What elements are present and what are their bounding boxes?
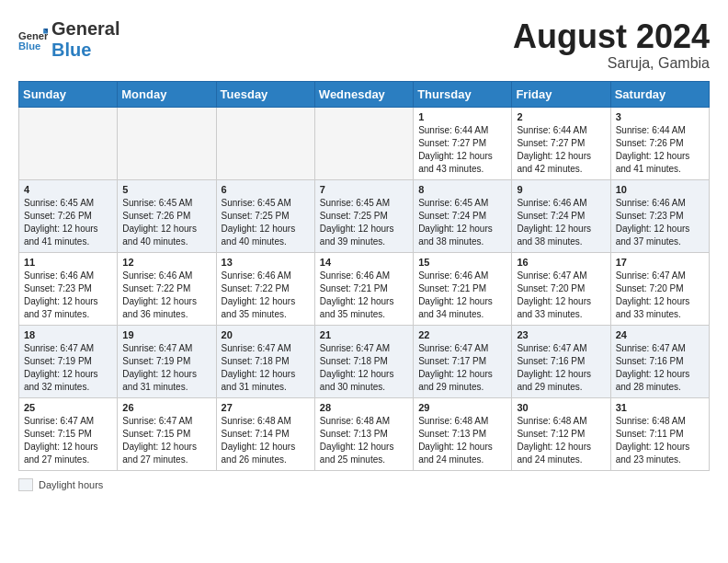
day-number: 11 xyxy=(24,257,112,268)
day-number: 2 xyxy=(517,111,605,122)
day-number: 20 xyxy=(222,329,310,340)
month-year: August 2024 xyxy=(513,18,710,55)
calendar-cell: 18Sunrise: 6:47 AMSunset: 7:19 PMDayligh… xyxy=(19,325,118,397)
day-info: Sunrise: 6:47 AMSunset: 7:20 PMDaylight:… xyxy=(616,270,704,321)
calendar-cell: 30Sunrise: 6:48 AMSunset: 7:12 PMDayligh… xyxy=(512,397,610,470)
day-number: 24 xyxy=(616,329,704,340)
day-info: Sunrise: 6:45 AMSunset: 7:25 PMDaylight:… xyxy=(320,197,408,248)
calendar-cell: 15Sunrise: 6:46 AMSunset: 7:21 PMDayligh… xyxy=(414,252,512,325)
day-number: 25 xyxy=(24,402,112,413)
calendar-cell: 24Sunrise: 6:47 AMSunset: 7:16 PMDayligh… xyxy=(610,325,709,397)
day-info: Sunrise: 6:45 AMSunset: 7:25 PMDaylight:… xyxy=(222,197,310,248)
day-info: Sunrise: 6:47 AMSunset: 7:15 PMDaylight:… xyxy=(24,415,112,466)
day-number: 28 xyxy=(320,402,408,413)
day-info: Sunrise: 6:46 AMSunset: 7:23 PMDaylight:… xyxy=(616,197,704,248)
calendar-cell xyxy=(314,107,413,179)
calendar-cell: 28Sunrise: 6:48 AMSunset: 7:13 PMDayligh… xyxy=(314,397,413,470)
calendar-cell: 29Sunrise: 6:48 AMSunset: 7:13 PMDayligh… xyxy=(414,397,512,470)
title-block: August 2024 Saruja, Gambia xyxy=(513,18,710,72)
day-number: 1 xyxy=(418,111,506,122)
calendar-cell: 21Sunrise: 6:47 AMSunset: 7:18 PMDayligh… xyxy=(314,325,413,397)
calendar-cell: 10Sunrise: 6:46 AMSunset: 7:23 PMDayligh… xyxy=(610,179,709,252)
day-number: 31 xyxy=(616,402,704,413)
weekday-header-tuesday: Tuesday xyxy=(216,81,314,107)
location: Saruja, Gambia xyxy=(513,55,710,72)
legend-box xyxy=(18,478,33,491)
logo-text: General Blue xyxy=(51,18,119,61)
calendar-cell: 1Sunrise: 6:44 AMSunset: 7:27 PMDaylight… xyxy=(414,107,512,179)
day-info: Sunrise: 6:47 AMSunset: 7:16 PMDaylight:… xyxy=(616,342,704,394)
day-info: Sunrise: 6:47 AMSunset: 7:18 PMDaylight:… xyxy=(222,342,310,394)
day-info: Sunrise: 6:47 AMSunset: 7:16 PMDaylight:… xyxy=(517,342,605,394)
weekday-header-friday: Friday xyxy=(512,81,610,107)
calendar-cell xyxy=(19,107,118,179)
header: General Blue General Blue August 2024 Sa… xyxy=(18,18,710,72)
calendar-cell: 7Sunrise: 6:45 AMSunset: 7:25 PMDaylight… xyxy=(314,179,413,252)
calendar-table: SundayMondayTuesdayWednesdayThursdayFrid… xyxy=(18,81,710,471)
week-row-4: 18Sunrise: 6:47 AMSunset: 7:19 PMDayligh… xyxy=(19,325,710,397)
calendar-cell: 8Sunrise: 6:45 AMSunset: 7:24 PMDaylight… xyxy=(414,179,512,252)
weekday-header-thursday: Thursday xyxy=(414,81,512,107)
day-number: 14 xyxy=(320,257,408,268)
day-number: 7 xyxy=(320,184,408,195)
calendar-cell: 11Sunrise: 6:46 AMSunset: 7:23 PMDayligh… xyxy=(19,252,118,325)
calendar-cell: 16Sunrise: 6:47 AMSunset: 7:20 PMDayligh… xyxy=(512,252,610,325)
day-info: Sunrise: 6:45 AMSunset: 7:26 PMDaylight:… xyxy=(122,197,210,248)
calendar-cell: 26Sunrise: 6:47 AMSunset: 7:15 PMDayligh… xyxy=(118,397,216,470)
calendar-cell: 9Sunrise: 6:46 AMSunset: 7:24 PMDaylight… xyxy=(512,179,610,252)
calendar-cell: 31Sunrise: 6:48 AMSunset: 7:11 PMDayligh… xyxy=(610,397,709,470)
calendar-cell: 27Sunrise: 6:48 AMSunset: 7:14 PMDayligh… xyxy=(216,397,314,470)
day-number: 22 xyxy=(418,329,506,340)
weekday-header-sunday: Sunday xyxy=(19,81,118,107)
calendar-cell: 19Sunrise: 6:47 AMSunset: 7:19 PMDayligh… xyxy=(118,325,216,397)
day-info: Sunrise: 6:47 AMSunset: 7:19 PMDaylight:… xyxy=(122,342,210,394)
day-number: 17 xyxy=(616,257,704,268)
day-number: 5 xyxy=(122,184,210,195)
day-info: Sunrise: 6:48 AMSunset: 7:12 PMDaylight:… xyxy=(517,415,605,466)
day-info: Sunrise: 6:44 AMSunset: 7:27 PMDaylight:… xyxy=(517,124,605,176)
svg-text:Blue: Blue xyxy=(18,40,40,52)
calendar-cell: 20Sunrise: 6:47 AMSunset: 7:18 PMDayligh… xyxy=(216,325,314,397)
calendar-cell: 2Sunrise: 6:44 AMSunset: 7:27 PMDaylight… xyxy=(512,107,610,179)
logo-general: General xyxy=(51,18,119,39)
day-info: Sunrise: 6:47 AMSunset: 7:17 PMDaylight:… xyxy=(418,342,506,394)
logo: General Blue General Blue xyxy=(18,18,119,61)
day-number: 15 xyxy=(418,257,506,268)
day-number: 19 xyxy=(122,329,210,340)
day-info: Sunrise: 6:48 AMSunset: 7:11 PMDaylight:… xyxy=(616,415,704,466)
calendar-cell: 5Sunrise: 6:45 AMSunset: 7:26 PMDaylight… xyxy=(118,179,216,252)
footer-legend: Daylight hours xyxy=(18,478,710,491)
day-number: 23 xyxy=(517,329,605,340)
week-row-3: 11Sunrise: 6:46 AMSunset: 7:23 PMDayligh… xyxy=(19,252,710,325)
day-info: Sunrise: 6:46 AMSunset: 7:24 PMDaylight:… xyxy=(517,197,605,248)
day-number: 13 xyxy=(222,257,310,268)
calendar-cell: 13Sunrise: 6:46 AMSunset: 7:22 PMDayligh… xyxy=(216,252,314,325)
calendar-cell: 22Sunrise: 6:47 AMSunset: 7:17 PMDayligh… xyxy=(414,325,512,397)
day-info: Sunrise: 6:48 AMSunset: 7:14 PMDaylight:… xyxy=(222,415,310,466)
day-info: Sunrise: 6:46 AMSunset: 7:23 PMDaylight:… xyxy=(24,270,112,321)
day-number: 26 xyxy=(122,402,210,413)
weekday-header-saturday: Saturday xyxy=(610,81,709,107)
weekday-header-wednesday: Wednesday xyxy=(314,81,413,107)
calendar-cell xyxy=(118,107,216,179)
day-info: Sunrise: 6:46 AMSunset: 7:21 PMDaylight:… xyxy=(320,270,408,321)
day-number: 12 xyxy=(122,257,210,268)
day-number: 8 xyxy=(418,184,506,195)
calendar-cell xyxy=(216,107,314,179)
day-number: 10 xyxy=(616,184,704,195)
day-number: 29 xyxy=(418,402,506,413)
day-info: Sunrise: 6:47 AMSunset: 7:18 PMDaylight:… xyxy=(320,342,408,394)
page: General Blue General Blue August 2024 Sa… xyxy=(0,0,728,500)
day-number: 21 xyxy=(320,329,408,340)
calendar-cell: 23Sunrise: 6:47 AMSunset: 7:16 PMDayligh… xyxy=(512,325,610,397)
calendar-cell: 6Sunrise: 6:45 AMSunset: 7:25 PMDaylight… xyxy=(216,179,314,252)
day-info: Sunrise: 6:46 AMSunset: 7:21 PMDaylight:… xyxy=(418,270,506,321)
legend-label: Daylight hours xyxy=(39,479,103,490)
day-number: 18 xyxy=(24,329,112,340)
weekday-header-row: SundayMondayTuesdayWednesdayThursdayFrid… xyxy=(19,81,710,107)
day-info: Sunrise: 6:44 AMSunset: 7:27 PMDaylight:… xyxy=(418,124,506,176)
calendar-cell: 3Sunrise: 6:44 AMSunset: 7:26 PMDaylight… xyxy=(610,107,709,179)
calendar-cell: 12Sunrise: 6:46 AMSunset: 7:22 PMDayligh… xyxy=(118,252,216,325)
weekday-header-monday: Monday xyxy=(118,81,216,107)
day-number: 27 xyxy=(222,402,310,413)
